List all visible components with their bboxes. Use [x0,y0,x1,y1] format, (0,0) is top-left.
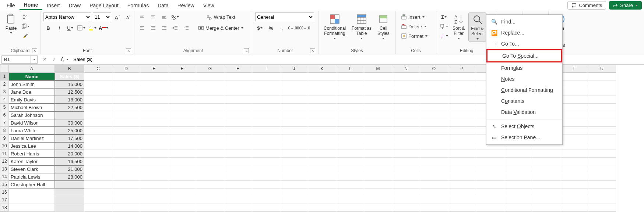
cell-F12[interactable] [168,158,196,165]
cell-U13[interactable] [588,165,616,173]
cell-A4[interactable]: Emily Davis [9,96,55,104]
cell-G11[interactable] [196,150,224,158]
cell-E14[interactable] [140,173,168,181]
cell-Q15[interactable] [476,181,504,189]
cell-G16[interactable] [196,189,224,196]
cell-F5[interactable] [168,104,196,111]
cell-F10[interactable] [168,142,196,150]
cell-H14[interactable] [224,173,252,181]
cell-I18[interactable] [252,204,280,212]
cell-L4[interactable] [336,96,364,104]
cell-D8[interactable] [112,127,140,134]
cell-I13[interactable] [252,165,280,173]
cell-T11[interactable] [560,150,588,158]
cell-O6[interactable] [420,111,448,119]
cell-B3[interactable]: 12,500 [55,88,84,96]
cell-U17[interactable] [588,196,616,204]
cell-B12[interactable]: 16,500 [55,158,84,165]
cell-I16[interactable] [252,189,280,196]
row-header-14[interactable]: 14 [0,173,9,181]
column-header-T[interactable]: T [560,65,588,73]
merge-center-button[interactable]: Merge & Center [196,24,246,32]
cell-L13[interactable] [336,165,364,173]
column-header-P[interactable]: P [448,65,476,73]
cell-J2[interactable] [280,80,308,88]
increase-decimal-button[interactable]: .0→.00 [288,24,298,32]
cell-C13[interactable] [84,165,112,173]
cell-L7[interactable] [336,119,364,127]
fill-color-button[interactable] [88,24,97,32]
cell-O14[interactable] [420,173,448,181]
percent-format-button[interactable]: % [266,24,276,32]
cell-L8[interactable] [336,127,364,134]
cell-D7[interactable] [112,119,140,127]
cell-B1[interactable]: Sales ($) [55,73,84,80]
cell-G1[interactable] [196,73,224,80]
cell-O5[interactable] [420,104,448,111]
cell-G2[interactable] [196,80,224,88]
cell-P1[interactable] [448,73,476,80]
cell-Q17[interactable] [476,196,504,204]
cell-P17[interactable] [448,196,476,204]
cell-H16[interactable] [224,189,252,196]
cell-O13[interactable] [420,165,448,173]
tab-data[interactable]: Data [153,1,173,10]
cell-N1[interactable] [392,73,420,80]
decrease-indent-button[interactable] [170,24,180,32]
cell-P2[interactable] [448,80,476,88]
cell-P10[interactable] [448,142,476,150]
cell-T2[interactable] [560,80,588,88]
cell-D10[interactable] [112,142,140,150]
cell-S12[interactable] [532,158,560,165]
wrap-text-button[interactable]: ab Wrap Text [196,12,246,21]
cell-N7[interactable] [392,119,420,127]
cell-G17[interactable] [196,196,224,204]
cell-K11[interactable] [308,150,336,158]
cell-H4[interactable] [224,96,252,104]
row-header-5[interactable]: 5 [0,104,9,111]
cell-S18[interactable] [532,204,560,212]
cell-T9[interactable] [560,134,588,142]
cell-L18[interactable] [336,204,364,212]
cell-N6[interactable] [392,111,420,119]
increase-font-button[interactable]: A↑ [113,12,122,21]
cell-U18[interactable] [588,204,616,212]
row-header-7[interactable]: 7 [0,119,9,127]
decrease-decimal-button[interactable]: .00→.0 [299,24,309,32]
cell-I10[interactable] [252,142,280,150]
cell-A11[interactable]: Robert Harris [9,150,55,158]
cell-D16[interactable] [112,189,140,196]
cell-D14[interactable] [112,173,140,181]
name-box-dropdown[interactable] [31,55,38,64]
cell-L5[interactable] [336,104,364,111]
menu-goto[interactable]: →Go To... [486,38,562,49]
row-header-10[interactable]: 10 [0,142,9,150]
cell-O17[interactable] [420,196,448,204]
column-header-I[interactable]: I [252,65,280,73]
cell-L6[interactable] [336,111,364,119]
cell-B15[interactable] [55,181,84,189]
cell-G6[interactable] [196,111,224,119]
cell-M4[interactable] [364,96,392,104]
cell-O12[interactable] [420,158,448,165]
cell-M6[interactable] [364,111,392,119]
cell-I3[interactable] [252,88,280,96]
cell-K8[interactable] [308,127,336,134]
menu-goto-special[interactable]: Go To Special... [486,49,562,62]
row-header-2[interactable]: 2 [0,80,9,88]
cell-U14[interactable] [588,173,616,181]
cell-U10[interactable] [588,142,616,150]
row-header-3[interactable]: 3 [0,88,9,96]
cell-C8[interactable] [84,127,112,134]
cell-U11[interactable] [588,150,616,158]
cell-Q16[interactable] [476,189,504,196]
cell-A17[interactable] [9,196,55,204]
cell-N13[interactable] [392,165,420,173]
cell-E2[interactable] [140,80,168,88]
cell-styles-button[interactable]: CellStyles [375,12,392,41]
font-size-select[interactable]: 11 [93,12,111,21]
cell-K1[interactable] [308,73,336,80]
cell-H7[interactable] [224,119,252,127]
cell-J8[interactable] [280,127,308,134]
cell-D15[interactable] [112,181,140,189]
